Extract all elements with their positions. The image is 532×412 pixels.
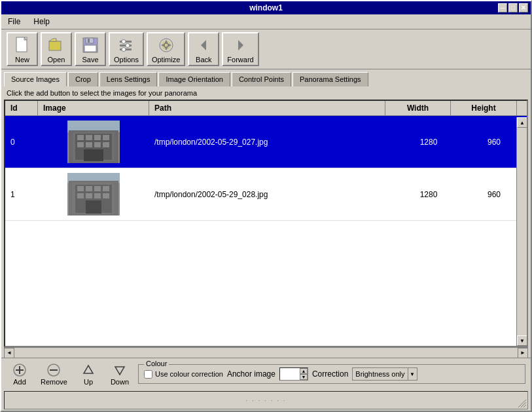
- row-1-id: 1: [5, 187, 38, 202]
- svg-rect-35: [103, 142, 109, 147]
- remove-button[interactable]: Remove: [38, 361, 70, 387]
- remove-icon: [46, 362, 62, 378]
- svg-rect-42: [77, 186, 84, 191]
- open-icon: [46, 35, 67, 56]
- table-header: Id Image Path Width Height: [5, 101, 527, 116]
- spinner-up-button[interactable]: ▲: [300, 368, 308, 374]
- spinner-buttons: ▲ ▼: [300, 368, 308, 380]
- svg-line-60: [523, 405, 526, 407]
- scroll-track: [517, 128, 527, 335]
- svg-rect-3: [49, 41, 61, 50]
- spinner-down-button[interactable]: ▼: [300, 374, 308, 380]
- row-0-width: 1280: [396, 135, 461, 149]
- thumbnail-1: [67, 173, 120, 215]
- hint-text: Click the add button to select the image…: [1, 86, 531, 100]
- use-colour-checkbox[interactable]: [144, 370, 152, 379]
- svg-rect-43: [86, 186, 92, 191]
- new-label: New: [15, 56, 29, 64]
- svg-rect-49: [103, 193, 109, 198]
- svg-rect-32: [77, 142, 84, 147]
- new-button[interactable]: New: [7, 32, 38, 66]
- open-button[interactable]: Open: [41, 32, 72, 66]
- drag-handle[interactable]: · · · · · · ·: [5, 397, 527, 404]
- optimize-label: Optimize: [152, 56, 180, 64]
- col-header-id: Id: [5, 101, 38, 115]
- open-label: Open: [48, 56, 65, 64]
- bottom-panel: Add Remove Up: [1, 358, 531, 390]
- new-icon: [12, 35, 33, 56]
- table-body: 0: [5, 116, 527, 346]
- svg-rect-34: [94, 142, 101, 147]
- add-button[interactable]: Add: [7, 361, 33, 387]
- resize-handle[interactable]: [518, 400, 526, 407]
- up-icon: [80, 362, 96, 378]
- up-label: Up: [84, 378, 93, 386]
- tab-source-images[interactable]: Source Images: [4, 72, 67, 86]
- optimize-icon: [156, 35, 177, 56]
- back-label: Back: [196, 56, 211, 64]
- minimize-button[interactable]: ─: [498, 3, 507, 12]
- svg-rect-7: [84, 45, 96, 52]
- window-title: window1: [249, 3, 283, 12]
- svg-rect-31: [103, 135, 109, 140]
- vertical-scrollbar: ▲ ▼: [516, 117, 527, 346]
- add-icon: [12, 362, 27, 378]
- close-button[interactable]: ✕: [519, 3, 528, 12]
- svg-rect-36: [84, 149, 103, 161]
- correction-dropdown-text: Brightness only: [353, 370, 407, 378]
- svg-line-59: [521, 402, 526, 407]
- menu-file[interactable]: File: [4, 16, 24, 28]
- save-button[interactable]: Save: [75, 32, 106, 66]
- row-0-path: /tmp/london/2002-05-29_027.jpg: [149, 135, 396, 149]
- options-icon: [116, 35, 137, 56]
- image-table: Id Image Path Width Height 0: [4, 100, 528, 347]
- correction-dropdown[interactable]: Brightness only ▼: [352, 367, 417, 381]
- svg-marker-21: [201, 40, 206, 50]
- menu-bar: File Help: [1, 14, 531, 29]
- scroll-up-button[interactable]: ▲: [517, 117, 527, 128]
- thumbnail-0: [67, 121, 120, 163]
- svg-rect-45: [103, 186, 109, 191]
- anchor-spinner[interactable]: ▲ ▼: [279, 367, 308, 381]
- row-1-path: /tmp/london/2002-05-29_028.jpg: [149, 187, 396, 202]
- save-label: Save: [82, 56, 98, 64]
- optimize-button[interactable]: Optimize: [147, 32, 185, 66]
- svg-point-12: [122, 40, 126, 44]
- svg-rect-28: [77, 135, 84, 140]
- forward-button[interactable]: Forward: [222, 32, 258, 66]
- add-label: Add: [13, 378, 26, 386]
- tab-control-points[interactable]: Control Points: [232, 72, 291, 86]
- anchor-label: Anchor image: [227, 369, 275, 379]
- tab-crop[interactable]: Crop: [68, 72, 98, 86]
- main-window: window1 ─ □ ✕ File Help New: [0, 0, 532, 412]
- svg-rect-48: [94, 193, 101, 198]
- tab-lens-settings[interactable]: Lens Settings: [99, 72, 158, 86]
- back-button[interactable]: Back: [188, 32, 219, 66]
- down-label: Down: [111, 378, 129, 386]
- scroll-down-button[interactable]: ▼: [517, 335, 527, 346]
- dropdown-arrow-icon[interactable]: ▼: [408, 368, 417, 380]
- svg-rect-47: [86, 193, 92, 198]
- tab-bar: Source Images Crop Lens Settings Image O…: [1, 69, 531, 86]
- forward-label: Forward: [227, 56, 253, 64]
- svg-point-14: [122, 48, 126, 52]
- tab-image-orientation[interactable]: Image Orientation: [158, 72, 230, 86]
- table-row[interactable]: 0: [5, 116, 527, 168]
- tab-panorama-settings[interactable]: Panorama Settings: [293, 72, 368, 86]
- title-bar: window1 ─ □ ✕: [1, 1, 531, 14]
- menu-help[interactable]: Help: [29, 16, 54, 28]
- scroll-right-button[interactable]: ►: [518, 348, 528, 358]
- options-button[interactable]: Options: [109, 32, 144, 66]
- table-row[interactable]: 1: [5, 168, 527, 221]
- forward-icon: [230, 35, 251, 56]
- row-1-width: 1280: [396, 187, 461, 202]
- maximize-button[interactable]: □: [508, 3, 518, 12]
- colour-group: Colour Use colour correction Anchor imag…: [138, 364, 525, 384]
- svg-rect-50: [86, 200, 101, 214]
- title-bar-buttons: ─ □ ✕: [498, 3, 528, 12]
- col-header-path: Path: [149, 101, 385, 115]
- anchor-input[interactable]: [280, 368, 300, 380]
- scroll-left-button[interactable]: ◄: [4, 348, 14, 358]
- up-button[interactable]: Up: [75, 361, 101, 387]
- down-button[interactable]: Down: [107, 361, 133, 387]
